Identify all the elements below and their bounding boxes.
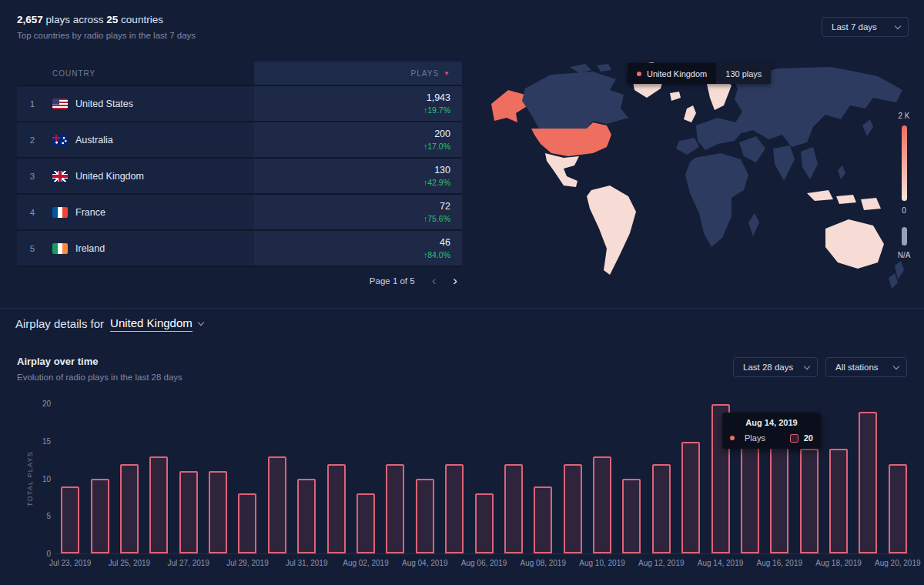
chevron-down-icon [804,363,810,369]
sort-desc-icon: ▼ [444,70,450,77]
country-flag-icon [52,135,68,145]
x-axis-label: Aug 02, 2019 [343,559,389,567]
bar[interactable] [179,471,198,553]
summary-title: 2,657 plays across 25 countries [17,14,196,25]
map-country-mexico[interactable] [545,153,579,187]
map-region-iberia[interactable] [676,138,699,155]
table-row[interactable]: 3 United Kingdom 130 ↑42.9% [17,159,462,195]
map-country-indonesia[interactable] [836,195,856,204]
bar[interactable] [445,464,464,553]
row-plays-cell: 200 ↑17.0% [254,122,462,157]
map-country-iceland[interactable] [670,92,681,101]
bar[interactable] [741,434,759,553]
bar[interactable] [859,412,877,553]
bar[interactable] [238,493,256,553]
column-header-country[interactable]: COUNTRY [17,69,254,78]
row-rank: 1 [17,99,48,109]
bar[interactable] [61,486,79,553]
total-countries-count: 25 [106,14,118,25]
chart-range-dropdown[interactable]: Last 28 days [733,357,818,377]
y-axis: 05101520 [31,404,51,554]
x-axis-label: Aug 04, 2019 [402,559,448,567]
bar[interactable] [475,493,494,553]
bar[interactable] [564,464,582,553]
map-country-indonesia[interactable] [807,190,833,201]
bar[interactable] [120,464,139,553]
bar[interactable] [386,464,404,553]
date-range-value: Last 7 days [832,22,877,32]
tooltip-dot-icon [730,436,735,440]
table-row[interactable]: 2 Australia 200 ↑17.0% [17,122,462,159]
map-country-new-zealand[interactable] [889,273,898,289]
bar[interactable] [416,479,434,553]
bar[interactable] [91,479,109,553]
bar[interactable] [504,464,523,553]
bar[interactable] [770,434,788,553]
pagination-label: Page 1 of 5 [370,276,415,286]
map-region-south-america[interactable] [587,186,636,275]
row-country: United States [75,99,254,109]
bar[interactable] [622,479,641,553]
chevron-down-icon [198,319,204,326]
x-axis-label: Jul 25, 2019 [109,559,151,567]
legend-max-label: 2 K [898,112,909,120]
bar[interactable] [800,449,819,553]
map-country-japan[interactable] [862,119,873,136]
summary-header: 2,657 plays across 25 countries Top coun… [17,14,196,40]
map-arctic-island[interactable] [597,64,611,72]
map-region-europe[interactable] [696,118,742,150]
country-selector[interactable]: United Kingdom [110,316,203,332]
chart-tooltip-date: Aug 14, 2019 [730,418,813,427]
bar[interactable] [829,449,848,553]
date-range-dropdown[interactable]: Last 7 days [822,17,909,37]
world-map-svg [477,58,924,300]
table-row[interactable]: 4 France 72 ↑75.6% [17,195,462,231]
map-country-alaska[interactable] [491,90,528,122]
pagination-next-button[interactable]: › [453,274,457,287]
y-axis-label: 15 [31,437,51,446]
map-region-se-asia[interactable] [801,147,818,179]
pagination-prev-button[interactable]: ‹ [432,274,437,287]
map-country-madagascar[interactable] [748,213,759,236]
map-region-middle-east[interactable] [739,136,765,162]
x-axis-label: Aug 16, 2019 [757,559,803,567]
row-change: ↑84.0% [424,250,450,259]
bar[interactable] [357,493,375,553]
map-region-africa[interactable] [685,153,748,247]
bar[interactable] [327,464,346,553]
table-row[interactable]: 1 United States 1,943 ↑19.7% [17,86,462,122]
bar[interactable] [593,456,611,553]
chevron-down-icon [895,22,901,28]
bar[interactable] [297,479,316,553]
map-country-united-kingdom[interactable] [684,105,696,122]
bar[interactable] [652,464,671,553]
details-prefix: Airplay details for [15,317,104,330]
map-country-canada[interactable] [522,72,628,129]
row-change: ↑17.0% [424,142,450,151]
row-change: ↑19.7% [424,105,450,115]
map-tooltip: United Kingdom 130 plays [628,63,771,84]
legend-na-swatch [902,227,907,246]
row-plays-cell: 130 ↑42.9% [254,159,462,193]
row-plays-cell: 1,943 ↑19.7% [254,86,462,121]
bar[interactable] [149,456,168,553]
bar[interactable] [209,471,227,553]
map-country-australia[interactable] [825,219,884,269]
bar[interactable] [534,486,552,553]
map-country-philippines[interactable] [838,165,845,179]
map-country-new-zealand[interactable] [895,261,904,279]
map-country-india[interactable] [773,145,795,181]
world-map[interactable]: United Kingdom 130 plays 2 K 0 N/A [477,58,924,300]
stations-dropdown[interactable]: All stations [825,357,907,377]
column-header-plays[interactable]: PLAYS ▼ [254,62,462,85]
map-country-new-guinea[interactable] [861,198,881,210]
map-arctic-island[interactable] [570,64,591,73]
row-plays-cell: 46 ↑84.0% [254,231,462,266]
bar[interactable] [889,464,907,553]
tooltip-dot-icon [637,72,641,76]
y-axis-label: 5 [31,512,51,520]
table-row[interactable]: 5 Ireland 46 ↑84.0% [17,231,462,267]
x-axis-label: Jul 27, 2019 [167,559,209,567]
bar[interactable] [681,442,700,554]
bar[interactable] [268,456,286,553]
